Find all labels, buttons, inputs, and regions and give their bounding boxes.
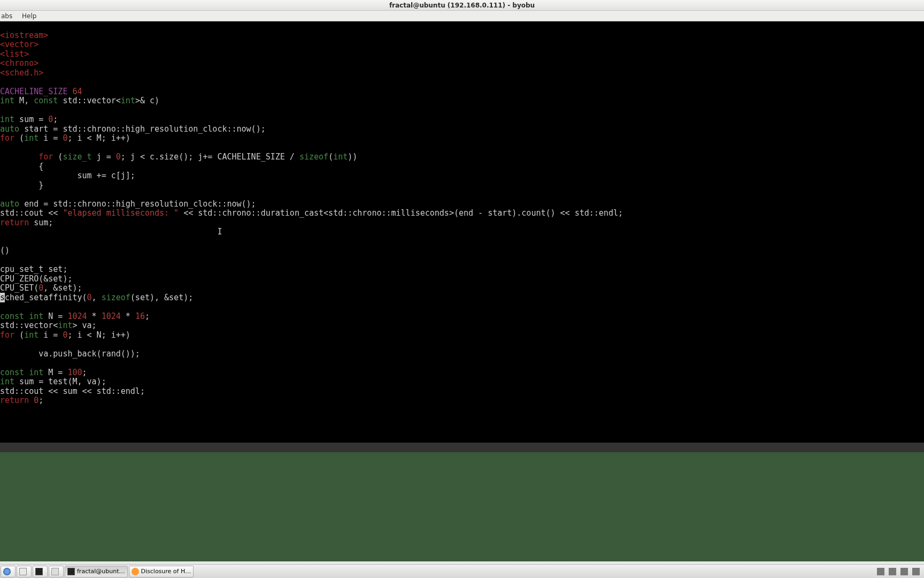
include-header: <iostream> xyxy=(0,31,48,40)
desktop-background xyxy=(0,452,924,561)
tray-icon[interactable] xyxy=(900,568,908,575)
include-header: <chrono> xyxy=(0,58,38,68)
show-desktop-button[interactable] xyxy=(49,566,64,577)
taskbar-item-label: fractal@ubunt… xyxy=(77,568,125,575)
network-icon[interactable] xyxy=(912,568,920,575)
code-area: <iostream> <vector> <list> <chrono> <sch… xyxy=(0,31,924,406)
window-icon xyxy=(51,568,59,575)
taskbar-item-browser[interactable]: Disclosure of H… xyxy=(129,566,194,577)
taskbar[interactable]: fractal@ubunt… Disclosure of H… xyxy=(0,564,924,578)
terminal-icon xyxy=(67,568,75,575)
start-menu-button[interactable] xyxy=(1,566,16,577)
folder-icon xyxy=(19,568,27,575)
window-title: fractal@ubuntu (192.168.0.111) - byobu xyxy=(389,2,535,9)
menu-bar[interactable]: abs Help xyxy=(0,11,924,21)
terminal-launcher-button[interactable] xyxy=(33,566,48,577)
menu-tabs[interactable]: abs xyxy=(1,12,12,20)
tray-icon[interactable] xyxy=(877,568,884,575)
include-header: <sched.h> xyxy=(0,68,43,78)
terminal-icon xyxy=(35,568,43,575)
macro-value: 64 xyxy=(72,87,82,96)
firefox-icon xyxy=(132,568,139,575)
menu-help[interactable]: Help xyxy=(22,12,36,20)
terminal-viewport[interactable]: <iostream> <vector> <list> <chrono> <sch… xyxy=(0,21,924,452)
tray-icon[interactable] xyxy=(889,568,896,575)
vim-status-line: bandwidth.cpp" 42L, 897C 29,9 xyxy=(0,434,924,443)
system-tray[interactable] xyxy=(877,568,924,575)
menu-icon xyxy=(3,568,11,575)
window-titlebar: fractal@ubuntu (192.168.0.111) - byobu xyxy=(0,0,924,11)
taskbar-item-terminal[interactable]: fractal@ubunt… xyxy=(65,566,128,577)
taskbar-item-label: Disclosure of H… xyxy=(141,568,191,575)
macro-name: CACHELINE_SIZE xyxy=(0,87,67,96)
include-header: <vector> xyxy=(0,40,38,49)
kw-const: const xyxy=(34,96,58,105)
file-manager-button[interactable] xyxy=(17,566,32,577)
byobu-status-bar: u4 0:-* 6!60m0.248x3.0GHz7.7G13%2021-01-… xyxy=(0,443,924,452)
include-header: <list> xyxy=(0,49,29,59)
type-int: int xyxy=(0,96,14,105)
text-cursor: s xyxy=(0,293,5,302)
